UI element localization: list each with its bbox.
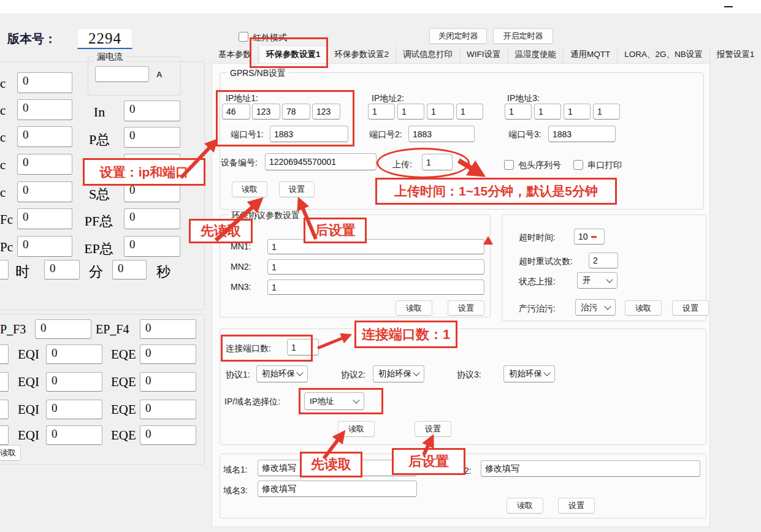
total-label: EP总 bbox=[78, 240, 119, 258]
phase-value: 0 bbox=[17, 181, 72, 202]
protocol-set-button[interactable]: 设置 bbox=[448, 300, 484, 316]
proto2-value: 初始环保 bbox=[378, 368, 411, 379]
tab-env-params-2[interactable]: 环保参数设置2 bbox=[328, 46, 397, 63]
device-id-input[interactable] bbox=[265, 153, 377, 170]
ip-domain-select[interactable]: IP地址 bbox=[304, 392, 364, 410]
total-value: 0 bbox=[124, 127, 180, 148]
proto3-label: 协议3: bbox=[457, 370, 481, 381]
connection-read-button[interactable]: 读取 bbox=[338, 421, 375, 437]
tab-mqtt[interactable]: 通用MQTT bbox=[564, 46, 618, 63]
total-label: P总 bbox=[80, 131, 119, 149]
phase-value: 0 bbox=[17, 126, 72, 147]
tab-lora-2g-nb[interactable]: LORA、2G、NB设置 bbox=[618, 46, 710, 63]
close-timer-button[interactable]: 关闭定时器 bbox=[429, 28, 487, 44]
tab-wifi-settings[interactable]: WIFI设置 bbox=[460, 46, 508, 63]
domain2-input[interactable] bbox=[481, 460, 700, 477]
ip2-octet-2[interactable] bbox=[397, 104, 424, 120]
ip1-octet-1[interactable] bbox=[222, 104, 250, 120]
gprs-read-button[interactable]: 读取 bbox=[232, 181, 267, 197]
domain3-input[interactable] bbox=[258, 481, 417, 497]
status-report-value: 开 bbox=[583, 275, 591, 286]
mn3-input[interactable] bbox=[267, 279, 484, 295]
ip3-octet-3[interactable] bbox=[564, 104, 591, 120]
upload-input[interactable] bbox=[422, 154, 453, 170]
proto3-select[interactable]: 初始环保 bbox=[503, 365, 555, 382]
serial-print-checkbox[interactable] bbox=[573, 160, 583, 170]
ip2-octet-4[interactable] bbox=[456, 104, 483, 120]
time-cut-box bbox=[0, 260, 9, 279]
eqi-value: 0 bbox=[46, 344, 102, 364]
left-read-button[interactable]: 读取 bbox=[0, 445, 21, 461]
proto1-select[interactable]: 初始环保 bbox=[256, 365, 308, 382]
timeout-read-button[interactable]: 读取 bbox=[625, 300, 662, 316]
proto3-value: 初始环保 bbox=[509, 368, 542, 379]
tab-alarm-settings-1[interactable]: 报警设置1 bbox=[710, 46, 761, 63]
ip1-octet-4[interactable] bbox=[312, 104, 340, 120]
epf4-value: 0 bbox=[140, 319, 196, 339]
proto2-select[interactable]: 初始环保 bbox=[373, 365, 424, 382]
leakage-title: 漏电流 bbox=[94, 51, 126, 63]
phase-label: c bbox=[0, 158, 6, 173]
minimize-button[interactable] bbox=[719, 1, 738, 12]
tab-debug-print[interactable]: 调试信息打印 bbox=[396, 46, 460, 63]
ip3-octet-2[interactable] bbox=[534, 104, 561, 120]
domain1-label: 域名1: bbox=[223, 465, 248, 476]
chevron-down-icon bbox=[353, 397, 359, 403]
mn1-input[interactable] bbox=[267, 239, 484, 254]
epf3-value: 0 bbox=[35, 319, 91, 339]
port3-input[interactable] bbox=[548, 126, 616, 142]
ip3-octet-1[interactable] bbox=[505, 104, 532, 120]
mn2-input[interactable] bbox=[267, 259, 484, 275]
leakage-input[interactable] bbox=[95, 66, 149, 82]
ip2-octet-3[interactable] bbox=[427, 104, 454, 120]
tab-env-params-1[interactable]: 环保参数设置1 bbox=[259, 45, 328, 63]
tab-basic-params[interactable]: 基本参数 bbox=[212, 46, 259, 63]
conn-ports-label: 连接端口数: bbox=[226, 343, 271, 354]
ip3-octet-4[interactable] bbox=[593, 104, 620, 120]
pkg-serial-checkbox[interactable] bbox=[504, 160, 514, 170]
upload-label: 上传: bbox=[392, 159, 412, 170]
timeout-input[interactable]: 10 bbox=[574, 229, 605, 245]
status-report-select[interactable]: 开 bbox=[577, 272, 618, 289]
status-report-label: 状态上报: bbox=[519, 276, 556, 287]
pollution-select[interactable]: 治污 bbox=[575, 299, 616, 316]
annotation-set-ip-port: 设置：ip和端口 bbox=[83, 158, 205, 186]
chevron-down-icon bbox=[296, 369, 303, 376]
ip1-octet-2[interactable] bbox=[252, 104, 280, 120]
port1-input[interactable] bbox=[270, 126, 348, 142]
phase-value: 0 bbox=[17, 208, 72, 229]
eqi-value: 0 bbox=[46, 425, 102, 445]
pkg-serial-label: 包头序列号 bbox=[518, 160, 561, 171]
protocol-read-button[interactable]: 读取 bbox=[396, 300, 432, 316]
phase-value: 0 bbox=[17, 154, 72, 175]
retry-input[interactable] bbox=[589, 253, 618, 268]
conn-ports-input[interactable] bbox=[287, 339, 319, 355]
version-label: 版本号： bbox=[7, 31, 56, 47]
domain-read-button[interactable]: 读取 bbox=[507, 498, 543, 514]
eqe-label: EQE bbox=[111, 374, 136, 390]
chevron-down-icon bbox=[413, 369, 419, 376]
phase-value: 0 bbox=[17, 72, 72, 93]
mn2-label: MN2: bbox=[231, 262, 251, 272]
ip1-octet-3[interactable] bbox=[282, 104, 310, 120]
tab-temp-humidity[interactable]: 温湿度使能 bbox=[508, 46, 564, 63]
gprs-set-button[interactable]: 设置 bbox=[279, 181, 315, 197]
open-timer-button[interactable]: 开启定时器 bbox=[493, 28, 553, 44]
annotation-conn-ports: 连接端口数：1 bbox=[354, 321, 457, 348]
eqi-label: EQI bbox=[18, 374, 39, 390]
chevron-down-icon bbox=[604, 303, 611, 310]
eq-cut-box bbox=[0, 400, 9, 419]
domain-set-button[interactable]: 设置 bbox=[558, 498, 595, 514]
connection-set-button[interactable]: 设置 bbox=[415, 421, 451, 437]
ip2-octet-1[interactable] bbox=[368, 104, 395, 120]
minimize-icon bbox=[724, 6, 733, 7]
total-label: In bbox=[80, 104, 119, 120]
timeout-set-button[interactable]: 设置 bbox=[672, 300, 709, 316]
version-field[interactable]: 2294 bbox=[77, 28, 132, 49]
total-value: 0 bbox=[124, 236, 180, 257]
port2-input[interactable] bbox=[408, 126, 475, 142]
minute-value: 0 bbox=[112, 260, 147, 279]
mn3-label: MN3: bbox=[231, 282, 251, 292]
phase-label: Fc bbox=[0, 212, 13, 227]
infrared-checkbox[interactable] bbox=[239, 32, 248, 42]
